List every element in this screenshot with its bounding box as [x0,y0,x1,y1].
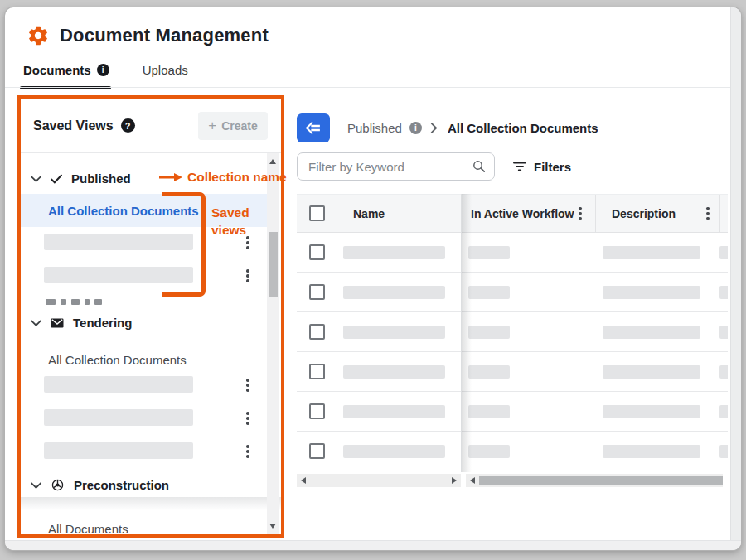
table-row[interactable] [297,432,728,471]
help-icon[interactable]: ? [121,118,135,133]
cell-placeholder [343,365,445,379]
tab-documents[interactable]: Documents i [23,63,109,77]
scroll-up-arrow[interactable] [269,159,276,164]
row-checkbox[interactable] [309,364,325,379]
collapse-sidebar-button[interactable] [297,113,330,142]
frozen-column-shadow [461,194,472,472]
annotation-line1: Saved [211,204,249,221]
scrollbar-thumb[interactable] [479,476,723,485]
sidebar-item-all-collection-documents[interactable]: All Collection Documents [48,350,186,369]
create-view-label: Create [221,119,258,133]
cell-placeholder [468,445,510,458]
row-checkbox[interactable] [309,324,325,340]
table-row[interactable] [297,312,728,352]
column-header-name[interactable]: Name [353,207,385,220]
annotation-saved-views-label: Saved views [211,204,249,239]
cell-placeholder [343,246,445,259]
cell-placeholder [468,365,510,379]
group-preconstruction-label: Preconstruction [74,478,169,492]
create-view-button[interactable]: + Create [198,112,268,140]
page-scrollbar-horizontal[interactable] [5,540,741,550]
item-label: All Documents [48,522,128,535]
table-scrollbars [297,474,728,487]
kebab-menu-icon[interactable] [246,379,249,392]
row-checkbox[interactable] [309,443,325,459]
breadcrumb-parent[interactable]: Published [347,121,402,135]
frozen-pane-hscrollbar[interactable] [297,474,461,487]
info-icon[interactable]: i [97,64,109,76]
annotation-collection-name-label: Collection name [187,170,287,185]
page-scrollbar-vertical[interactable] [730,7,741,550]
cell-placeholder [719,445,728,458]
info-icon[interactable]: i [409,122,422,134]
helm-icon [51,478,65,492]
cell-placeholder [603,445,700,458]
tab-documents-label: Documents [23,63,91,77]
page-title: Document Management [60,25,269,46]
group-published[interactable]: Published [31,171,131,186]
cell-placeholder [719,365,728,379]
select-all-checkbox[interactable] [309,205,325,221]
cell-placeholder [343,326,445,339]
kebab-menu-icon[interactable] [246,269,249,282]
cell-placeholder [603,326,700,339]
table-row[interactable] [297,352,728,392]
group-preconstruction[interactable]: Preconstruction [31,478,169,492]
filters-label: Filters [534,160,571,174]
chevron-down-icon[interactable] [31,320,41,326]
keyword-filter-input[interactable] [297,152,495,181]
table-header: Name In Active Workflow Description [297,194,728,233]
scroll-left-arrow[interactable] [470,477,475,484]
saved-view-placeholder[interactable] [44,409,193,426]
tab-bar: Documents i Uploads [23,59,188,80]
filter-lines-icon [513,161,526,172]
saved-views-panel: Saved Views ? + Create Published All Col… [17,95,284,538]
annotation-arrow-icon [159,172,182,182]
cell-placeholder [603,365,700,379]
row-checkbox[interactable] [309,244,325,260]
filters-button[interactable]: Filters [508,157,576,177]
cell-placeholder [343,286,445,299]
column-menu-icon[interactable] [706,207,710,220]
search-icon[interactable] [472,160,486,173]
tab-uploads-label: Uploads [143,63,188,77]
table-hscrollbar[interactable] [466,474,723,487]
table-row[interactable] [297,273,728,312]
documents-table: Name In Active Workflow Description [297,194,728,489]
cell-placeholder [343,445,445,458]
sidebar-item-all-documents[interactable]: All Documents [48,519,128,534]
row-checkbox[interactable] [309,403,325,419]
annotation-collection-name: Collection name [159,170,287,185]
chevron-down-icon[interactable] [31,176,41,182]
group-tendering[interactable]: Tendering [31,316,132,330]
column-menu-icon[interactable] [579,207,582,220]
saved-view-placeholder[interactable] [44,376,193,393]
sticky-shadow [21,497,281,510]
cell-placeholder [603,246,700,259]
kebab-menu-icon[interactable] [246,412,249,425]
tab-uploads[interactable]: Uploads [143,63,188,77]
kebab-menu-icon[interactable] [246,445,249,458]
table-row[interactable] [297,233,728,273]
scroll-right-arrow[interactable] [452,477,457,484]
scrollbar-thumb[interactable] [269,232,278,297]
cell-placeholder [468,286,510,299]
chevron-down-icon[interactable] [31,482,41,489]
breadcrumb-current: All Collection Documents [448,121,598,135]
table-row[interactable] [297,392,728,432]
column-header-description[interactable]: Description [612,207,676,220]
mail-icon [51,318,64,328]
scroll-left-arrow[interactable] [301,477,306,484]
column-header-workflow[interactable]: In Active Workflow [471,207,574,220]
tabs-divider [5,87,741,88]
filter-row: Filters [297,152,576,181]
scroll-down-arrow[interactable] [269,524,276,529]
chevron-right-icon [430,123,438,133]
cell-placeholder [603,405,700,418]
sidebar-scrollbar[interactable] [267,153,279,534]
cell-placeholder [719,286,728,299]
cell-placeholder [719,405,728,418]
saved-view-placeholder[interactable] [44,442,193,459]
plus-icon: + [208,118,216,133]
row-checkbox[interactable] [309,284,325,300]
